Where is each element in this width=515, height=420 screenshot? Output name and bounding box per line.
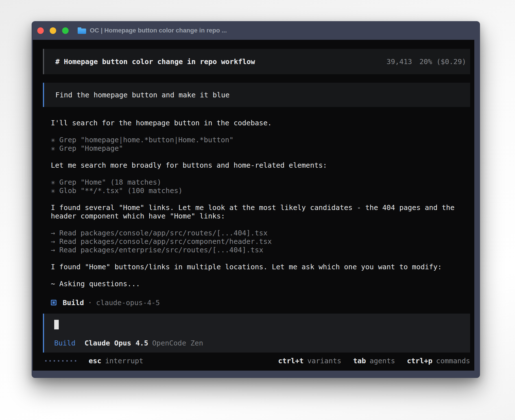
window-frame: # Homepage button color change in repo w… [32,40,480,378]
transcript-gap [51,254,467,263]
shortcut-key: tab [353,357,366,365]
asterisk-tool-icon: ✳ [51,144,55,152]
transcript-tool-line: ✳Glob "**/*.tsx" (100 matches) [51,187,467,195]
arrow-read-icon: → [51,246,55,254]
spinner-dot [54,360,55,362]
spinner-dot [45,360,47,362]
session-meta: 39,413 20% ($0.29) [387,58,466,66]
asterisk-tool-icon: ✳ [51,187,55,195]
transcript-gap [51,271,467,280]
context-usage: 20% ($0.29) [419,58,466,66]
transcript-text-line: ~ Asking questions... [51,280,467,288]
shortcut-label: commands [436,357,470,365]
session-title: # Homepage button color change in repo w… [55,58,255,66]
tool-call-text: Read packages/enterprise/src/routes/[...… [59,246,263,254]
terminal-content[interactable]: # Homepage button color change in repo w… [33,40,474,371]
transcript-text-line: Let me search more broadly for buttons a… [51,161,467,170]
shortcut-hint: ctrl+pcommands [407,357,470,365]
shortcut-hint: tabagents [353,357,395,365]
esc-action-label: interrupt [105,357,143,365]
agent-model: claude-opus-4-5 [96,299,160,307]
transcript-gap [51,153,467,161]
minimize-button[interactable] [50,27,56,34]
input-footer: Build Claude Opus 4.5 OpenCode Zen [54,339,464,347]
input-model-label[interactable]: Claude Opus 4.5 [84,339,148,347]
tool-call-text: Grep "Home" (18 matches) [59,178,161,186]
agent-name: Build [63,299,84,307]
shortcut-key: ctrl+p [407,357,432,365]
folder-icon [78,27,86,34]
status-bar: esc interrupt ctrl+tvariantstabagentsctr… [43,356,470,365]
tool-call-text: Grep "Homepage" [59,144,123,152]
spinner-dot [62,360,64,362]
spinner-dot [75,360,76,362]
tool-call-text: Read packages/console/app/src/routes/[..… [59,229,268,237]
transcript: I'll search for the homepage button in t… [51,119,470,288]
arrow-read-icon: → [51,229,55,237]
transcript-text-line: I found several "Home" links. Let me loo… [51,204,467,220]
spinner-dot [71,360,72,362]
shortcut-label: agents [370,357,395,365]
text-cursor [54,320,59,329]
shortcut-label: variants [307,357,341,365]
transcript-tool-line: ✳Grep "homepage|home.*button|Home.*butto… [51,136,467,144]
terminal-window: OC | Homepage button color change in rep… [32,21,480,378]
user-message-block: Find the homepage button and make it blu… [43,83,470,107]
spinner-dot [49,360,51,362]
zoom-button[interactable] [62,27,69,34]
window-title: OC | Homepage button color change in rep… [90,27,227,34]
transcript-gap [51,220,467,229]
esc-key-hint: esc [89,357,101,365]
titlebar[interactable]: OC | Homepage button color change in rep… [32,21,480,40]
close-button[interactable] [37,27,44,34]
tool-call-text: Glob "**/*.tsx" (100 matches) [59,187,183,195]
transcript-tool-line: →Read packages/enterprise/src/routes/[..… [51,246,467,254]
asterisk-tool-icon: ✳ [51,178,55,186]
shortcut-hints: ctrl+tvariantstabagentsctrl+pcommands [278,357,470,365]
spinner-dots [45,360,76,362]
prompt-input[interactable]: Build Claude Opus 4.5 OpenCode Zen [43,314,470,353]
asterisk-tool-icon: ✳ [51,136,55,144]
agent-status-row: Build · claude-opus-4-5 [51,298,470,307]
transcript-tool-line: ✳Grep "Homepage" [51,144,467,153]
transcript-gap [51,127,467,136]
transcript-text-line: I'll search for the homepage button in t… [51,119,467,127]
shortcut-hint: ctrl+tvariants [278,357,341,365]
tool-call-text: Grep "homepage|home.*button|Home.*button… [59,136,234,144]
agent-build-icon [51,300,56,305]
transcript-gap [51,195,467,204]
input-agent-label[interactable]: Build [54,339,75,347]
transcript-tool-line: →Read packages/console/app/src/routes/[.… [51,229,467,237]
input-provider-label: OpenCode Zen [152,339,203,347]
shortcut-key: ctrl+t [278,357,304,365]
spinner-dot [58,360,59,362]
transcript-tool-line: →Read packages/console/app/src/component… [51,237,467,246]
token-count: 39,413 [387,58,412,66]
transcript-gap [51,170,467,178]
arrow-read-icon: → [51,237,55,246]
traffic-lights [37,27,69,34]
agent-separator: · [88,299,92,307]
user-message-text: Find the homepage button and make it blu… [55,91,230,99]
session-header: # Homepage button color change in repo w… [43,49,470,74]
transcript-text-line: I found "Home" buttons/links in multiple… [51,263,467,271]
tool-call-text: Read packages/console/app/src/component/… [59,237,272,246]
spinner-dot [66,360,68,362]
transcript-tool-line: ✳Grep "Home" (18 matches) [51,178,467,187]
